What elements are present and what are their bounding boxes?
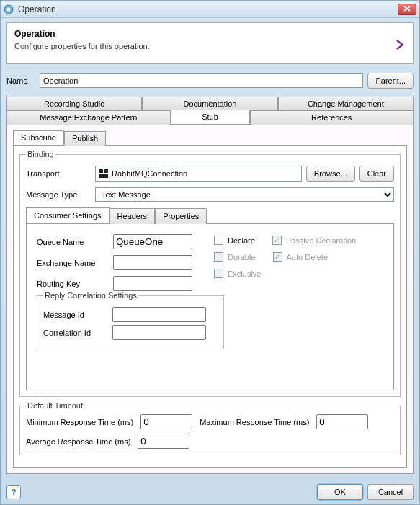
declare-checkbox[interactable] xyxy=(214,236,223,245)
reply-correlation-legend: Reply Correlation Settings xyxy=(43,291,138,300)
name-label: Name xyxy=(6,76,35,85)
transport-value: RabbitMQConnection xyxy=(112,169,187,178)
message-id-label: Message Id xyxy=(43,310,108,319)
queue-name-label: Queue Name xyxy=(37,238,109,246)
stub-subtabs: Subscribe Publish xyxy=(13,130,407,145)
auto-delete-label: Auto Delete xyxy=(287,253,328,262)
subscribe-panel: Binding Transport RabbitMQConnection Bro… xyxy=(13,145,407,468)
exclusive-label: Exclusive xyxy=(228,269,261,278)
message-id-input[interactable] xyxy=(112,307,206,322)
svg-rect-4 xyxy=(99,174,108,178)
tab-references[interactable]: References xyxy=(250,110,414,125)
tab-recording-studio[interactable]: Recording Studio xyxy=(6,97,142,110)
default-timeout-legend: Default Timeout xyxy=(26,401,84,410)
operation-dialog: Operation Operation Configure properties… xyxy=(0,0,420,505)
avg-response-input[interactable] xyxy=(138,434,189,449)
main-tabstrip: Recording Studio Documentation Change Ma… xyxy=(6,96,414,474)
exchange-name-input[interactable] xyxy=(113,255,192,270)
help-button[interactable]: ? xyxy=(6,485,21,499)
min-response-input[interactable] xyxy=(140,414,192,429)
app-icon xyxy=(4,4,14,14)
svg-point-1 xyxy=(7,7,11,11)
rabbitmq-icon xyxy=(99,169,109,179)
browse-button[interactable]: Browse... xyxy=(306,166,355,182)
window-title: Operation xyxy=(18,4,398,14)
exchange-name-label: Exchange Name xyxy=(37,259,109,267)
correlation-id-input[interactable] xyxy=(112,325,206,340)
stub-panel: Subscribe Publish Binding Transport Rabb… xyxy=(6,124,414,474)
avg-response-label: Average Response Time (ms) xyxy=(26,437,130,446)
tab-publish[interactable]: Publish xyxy=(64,131,106,146)
binding-group: Binding Transport RabbitMQConnection Bro… xyxy=(19,150,401,397)
durable-checkbox xyxy=(214,252,223,262)
durable-label: Durable xyxy=(228,253,256,262)
tab-message-exchange-pattern[interactable]: Message Exchange Pattern xyxy=(6,110,171,125)
header-title: Operation xyxy=(14,29,406,39)
name-row: Name Parent... xyxy=(6,73,414,89)
svg-rect-2 xyxy=(99,169,103,173)
default-timeout-group: Default Timeout Minimum Response Time (m… xyxy=(19,401,401,455)
message-type-row: Message Type Text Message xyxy=(26,187,394,202)
declare-label: Declare xyxy=(228,236,255,245)
titlebar: Operation xyxy=(1,1,419,18)
max-response-label: Maximum Response Time (ms) xyxy=(200,418,309,426)
next-button[interactable] xyxy=(394,39,406,52)
consumer-settings-panel: Queue Name Exchange Name Routing Key xyxy=(26,223,394,390)
max-response-input[interactable] xyxy=(316,414,368,429)
routing-key-label: Routing Key xyxy=(37,280,109,288)
ok-button[interactable]: OK xyxy=(317,484,363,500)
exclusive-checkbox xyxy=(214,269,223,278)
routing-key-input[interactable] xyxy=(113,276,192,291)
transport-input[interactable]: RabbitMQConnection xyxy=(95,166,302,182)
tab-row-2: Message Exchange Pattern Stub References xyxy=(6,110,414,124)
footer: ? OK Cancel xyxy=(1,480,419,504)
help-icon: ? xyxy=(12,488,17,496)
svg-rect-3 xyxy=(104,169,108,173)
tab-documentation[interactable]: Documentation xyxy=(142,97,277,110)
passive-declaration-label: Passive Declaration xyxy=(286,236,356,245)
tab-change-management[interactable]: Change Management xyxy=(278,97,414,110)
chevron-right-icon xyxy=(394,39,406,50)
tab-row-1: Recording Studio Documentation Change Ma… xyxy=(6,96,414,110)
message-type-select[interactable]: Text Message xyxy=(95,187,394,202)
header-description: Configure properties for this operation. xyxy=(14,42,406,50)
clear-button[interactable]: Clear xyxy=(359,166,394,182)
transport-row: Transport RabbitMQConnection Browse... C… xyxy=(26,166,394,182)
content: Operation Configure properties for this … xyxy=(1,18,419,480)
tab-headers[interactable]: Headers xyxy=(110,208,156,224)
passive-declaration-checkbox xyxy=(272,236,282,245)
parent-button[interactable]: Parent... xyxy=(367,73,414,89)
min-response-label: Minimum Response Time (ms) xyxy=(26,418,133,426)
reply-correlation-group: Reply Correlation Settings Message Id Co… xyxy=(37,291,224,349)
tab-properties[interactable]: Properties xyxy=(155,208,207,224)
tab-stub[interactable]: Stub xyxy=(171,110,250,124)
queue-name-input[interactable] xyxy=(113,234,192,249)
message-type-label: Message Type xyxy=(26,190,91,199)
transport-label: Transport xyxy=(26,169,91,178)
auto-delete-checkbox xyxy=(273,252,282,262)
name-input[interactable] xyxy=(40,73,363,88)
close-icon xyxy=(403,5,411,13)
tab-subscribe[interactable]: Subscribe xyxy=(13,130,64,145)
header-box: Operation Configure properties for this … xyxy=(6,22,414,64)
binding-legend: Binding xyxy=(26,150,55,158)
tab-consumer-settings[interactable]: Consumer Settings xyxy=(26,207,110,223)
consumer-tabs: Consumer Settings Headers Properties xyxy=(26,207,394,223)
correlation-id-label: Correlation Id xyxy=(43,329,108,337)
close-button[interactable] xyxy=(398,4,416,15)
cancel-button[interactable]: Cancel xyxy=(367,484,414,500)
